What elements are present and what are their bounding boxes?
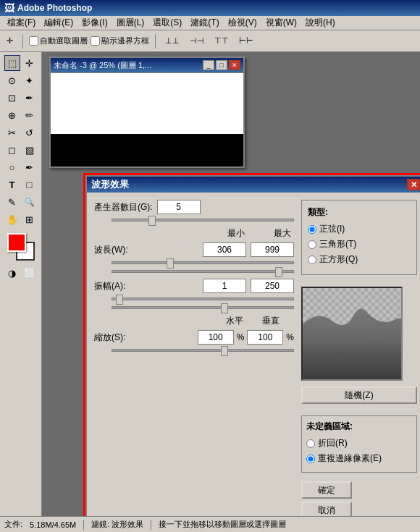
wrap-label: 折回(R) [318,437,348,449]
menu-file[interactable]: 檔案(F) [3,16,40,30]
show-bounding-box-checkbox[interactable] [91,36,100,46]
color-swatches[interactable] [7,233,35,261]
amplitude-min-thumb[interactable] [116,295,123,305]
gradient-tool[interactable]: ▨ [22,142,38,158]
marquee-tool[interactable]: ⬚ [4,55,20,71]
hand-tool[interactable]: ✋ [4,211,20,227]
tool-row-extra: ◑ ⬜ [4,265,38,281]
scale-inputs: % % [198,330,294,345]
generators-slider-thumb[interactable] [148,216,156,226]
menu-edit[interactable]: 編輯(E) [40,16,77,30]
shape-tool[interactable]: □ [22,177,38,193]
magic-wand-tool[interactable]: ✦ [22,72,38,88]
wave-right-panel: 類型: 正弦(I) 三角形(T) 正方形(Q) [301,200,417,516]
amplitude-label: 振幅(A): [94,280,125,292]
triangle-radio[interactable] [308,240,316,249]
auto-select-layer-label[interactable]: 自動選取圖層 [29,35,88,46]
tool-row-3: ⊡ ✒ [4,90,38,106]
zoom-tool[interactable]: 🔍 [22,194,38,210]
menu-select[interactable]: 選取(S) [148,16,186,30]
wavelength-min-slider[interactable] [112,261,294,264]
doc-minimize-btn[interactable]: _ [203,60,214,70]
scale-h-pct: % [237,332,245,342]
menu-help[interactable]: 說明(H) [301,16,340,30]
brush-tool[interactable]: ✏ [22,107,38,123]
wavelength-min-input[interactable] [203,242,246,257]
pen-tool[interactable]: ✒ [22,159,38,175]
wave-dialog-close-btn[interactable]: ✕ [407,179,420,190]
scale-thumb[interactable] [221,346,228,356]
amplitude-max-input[interactable] [251,279,294,293]
repeat-radio-row: 重複邊緣像素(E) [306,452,412,465]
doc-maximize-btn[interactable]: □ [216,60,227,70]
eraser-tool[interactable]: ◻ [4,142,20,158]
scale-h-input[interactable] [198,330,234,345]
doc-canvas [51,72,243,166]
wrap-radio[interactable] [306,439,315,448]
menu-layer[interactable]: 圖層(L) [112,16,149,30]
move-tool[interactable]: ✛ [22,55,38,71]
dodge-tool[interactable]: ○ [4,159,20,175]
scale-v-input[interactable] [247,330,283,345]
wavelength-max-slider[interactable] [112,270,294,273]
generators-input[interactable] [157,200,201,214]
wave-dialog-titlebar: 波形效果 ✕ [87,177,420,193]
wavelength-max-thumb[interactable] [275,267,282,277]
canvas-black-area [51,134,243,166]
amplitude-min-slider[interactable] [112,297,294,300]
square-radio-row: 正方形(Q) [308,253,411,266]
notes-tool[interactable]: ✎ [4,194,20,210]
type-title: 類型: [308,206,411,219]
crop-tool[interactable]: ⊡ [4,90,20,106]
clone-tool[interactable]: ✂ [4,124,20,140]
tool-row-9: ✎ 🔍 [4,194,38,210]
quick-mask-tool[interactable]: ◑ [4,265,20,281]
align-btn-2[interactable]: ⊣⊣ [186,34,208,48]
align-btn-3[interactable]: ⊤⊤ [211,34,232,48]
align-btn-1[interactable]: ⊥⊥ [161,34,183,48]
generators-row: 產生器數目(G): [94,200,294,214]
toolbar-separator [22,34,23,48]
min-max-headers: 最小 最大 [94,227,294,240]
amplitude-max-slider[interactable] [112,306,294,309]
tool-row-6: ◻ ▨ [4,142,38,158]
cancel-btn[interactable]: 取消 [301,502,352,516]
screen-mode-tool[interactable]: ⬜ [22,265,38,281]
eyedropper-tool[interactable]: ✒ [22,90,38,106]
menu-window[interactable]: 視窗(W) [261,16,301,30]
menu-image[interactable]: 影像(I) [77,16,112,30]
lasso-tool[interactable]: ⊙ [4,72,20,88]
generators-slider-row [94,219,294,221]
square-radio[interactable] [308,256,316,264]
random-btn[interactable]: 隨機(Z) [301,387,417,404]
healing-tool[interactable]: ⊕ [4,107,20,123]
extra-tool[interactable]: ⊞ [22,211,38,227]
generators-slider[interactable] [112,219,294,221]
amplitude-max-thumb[interactable] [221,303,228,313]
wavelength-max-input[interactable] [251,242,294,257]
ok-btn[interactable]: 確定 [301,481,352,499]
repeat-radio[interactable] [306,455,315,463]
wavelength-slider-row-2 [94,270,294,273]
scale-slider-row [94,349,294,352]
auto-select-layer-checkbox[interactable] [29,36,38,46]
menu-view[interactable]: 檢視(V) [224,16,261,30]
menu-bar: 檔案(F) 編輯(E) 影像(I) 圖層(L) 選取(S) 濾鏡(T) 檢視(V… [0,16,420,30]
tool-row-4: ⊕ ✏ [4,107,38,123]
scale-v-pct: % [286,332,294,342]
move-tool-btn[interactable]: ✛ [3,34,17,48]
status-doc-info: 文件: [4,519,22,530]
align-btn-4[interactable]: ⊢⊢ [235,34,257,48]
history-brush-tool[interactable]: ↺ [22,124,38,140]
scale-slider[interactable] [112,349,294,352]
text-tool[interactable]: T [4,177,20,193]
amplitude-min-input[interactable] [203,279,246,293]
wavelength-min-thumb[interactable] [167,258,174,269]
wave-dialog: 波形效果 ✕ 產生器數目(G): [85,175,420,516]
menu-filter[interactable]: 濾鏡(T) [186,16,223,30]
show-bounding-box-label[interactable]: 顯示邊界方框 [91,35,149,46]
foreground-color[interactable] [7,233,26,252]
doc-close-btn[interactable]: ✕ [229,60,240,70]
sine-radio-row: 正弦(I) [308,223,411,235]
sine-radio[interactable] [308,225,316,234]
